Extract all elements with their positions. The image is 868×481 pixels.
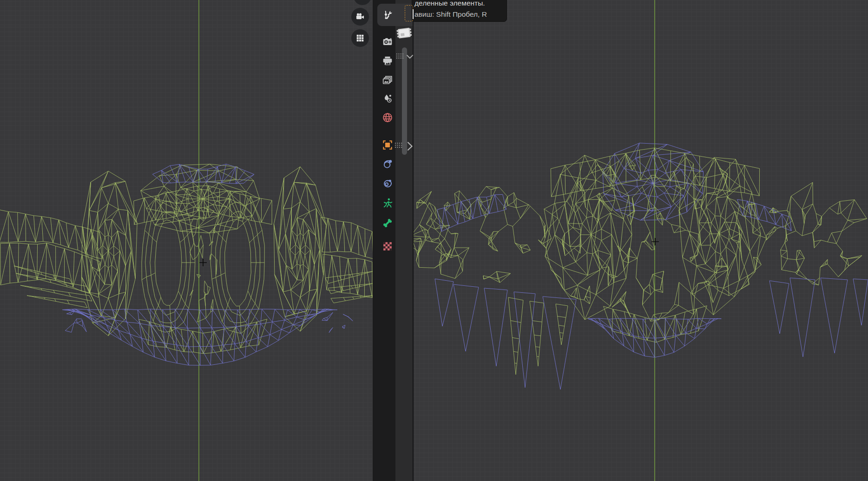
wire-part-green	[604, 306, 707, 343]
tab-scene[interactable]	[381, 92, 394, 105]
wire-part-purple	[588, 318, 721, 357]
tab-tool[interactable]	[381, 9, 394, 21]
wire-part-green	[766, 183, 867, 285]
panel-scrollbar[interactable]	[402, 47, 407, 155]
wireframe-mesh-left	[0, 0, 373, 481]
view-layer-icon	[381, 74, 394, 86]
bone-icon	[381, 217, 394, 229]
tooltip: деленные элементы. авиш: Shift Пробел, R	[412, 0, 507, 22]
camera-view-icon	[355, 12, 365, 22]
properties-panel	[373, 0, 414, 481]
text-edit-field[interactable]	[405, 5, 413, 21]
wire-part-green	[274, 167, 326, 331]
tab-texture[interactable]	[381, 240, 394, 252]
wire-part-purple	[435, 279, 576, 389]
wire-part-purple	[737, 199, 792, 231]
wire-part-green	[0, 210, 102, 259]
tooltip-line1: деленные элементы.	[414, 0, 485, 8]
blender-window: деленные элементы. авиш: Shift Пробел, R	[0, 0, 868, 481]
object-icon	[381, 139, 394, 151]
tab-bone[interactable]	[381, 217, 394, 229]
ortho-grid-button[interactable]	[351, 29, 369, 47]
wire-part-green	[82, 171, 137, 336]
wire-part-green	[141, 164, 260, 233]
wire-part-green	[14, 266, 92, 308]
output-icon	[381, 55, 394, 67]
tab-output[interactable]	[381, 55, 394, 67]
wire-part-purple	[322, 312, 353, 332]
wire-part-green	[323, 254, 372, 298]
wire-part-green	[545, 155, 632, 320]
tool-icon	[381, 9, 394, 21]
tab-render[interactable]	[381, 36, 394, 48]
world-icon	[381, 112, 394, 124]
physics-icon	[381, 158, 394, 170]
tab-object[interactable]	[381, 139, 394, 151]
wire-part-purple	[769, 278, 868, 357]
viewport-right[interactable]	[414, 0, 868, 481]
armature-icon	[381, 197, 394, 209]
region-drag-handle-top[interactable]	[396, 53, 404, 59]
wireframe-mesh-right	[414, 0, 868, 481]
wire-part-green	[321, 217, 373, 259]
grid-ortho-icon	[355, 33, 365, 43]
tab-physics[interactable]	[381, 158, 394, 170]
tab-object-data[interactable]	[381, 197, 394, 209]
chevron-right-icon[interactable]	[406, 141, 414, 152]
wire-part-green	[210, 191, 264, 333]
wire-part-green	[508, 297, 568, 375]
tab-world[interactable]	[381, 112, 394, 124]
wire-part-green	[414, 186, 545, 283]
window-drag-icon	[396, 25, 414, 42]
viewport-left[interactable]	[0, 0, 373, 481]
tab-view-layer[interactable]	[381, 74, 394, 86]
tab-constraints[interactable]	[381, 178, 394, 190]
scene-icon	[381, 92, 394, 105]
texture-icon	[381, 240, 394, 252]
tooltip-line2: авиш: Shift Пробел, R	[414, 9, 487, 20]
region-drag-handle-bottom[interactable]	[395, 142, 403, 149]
camera-view-button[interactable]	[351, 8, 369, 26]
chevron-down-icon[interactable]	[405, 53, 414, 60]
object-origin-crosshair	[651, 238, 659, 245]
wire-part-purple	[62, 309, 337, 365]
wire-part-purple	[65, 311, 91, 332]
text-caret	[413, 9, 414, 19]
render-icon	[381, 36, 394, 48]
constraint-icon	[381, 178, 394, 190]
object-origin-crosshair	[199, 259, 207, 266]
